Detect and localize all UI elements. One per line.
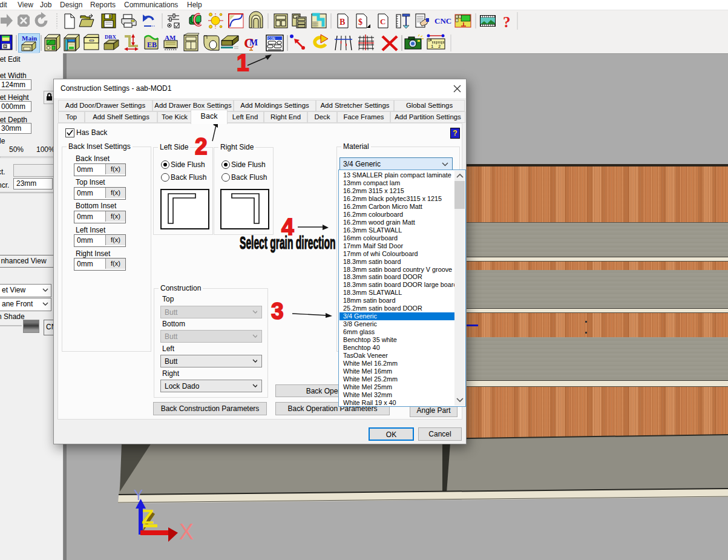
- svg-text:B: B: [339, 18, 345, 27]
- svg-text:CON: CON: [268, 37, 275, 41]
- svg-text:M: M: [249, 38, 258, 47]
- svg-text:C: C: [380, 17, 385, 26]
- svg-text:Main: Main: [22, 35, 37, 42]
- svg-text:DBX: DBX: [105, 34, 117, 40]
- svg-text:X: X: [179, 519, 194, 544]
- svg-text:EB: EB: [147, 41, 157, 49]
- svg-text:CNC: CNC: [435, 16, 451, 25]
- svg-text:1: 1: [431, 44, 433, 49]
- svg-text:2: 2: [438, 44, 441, 49]
- svg-text:$: $: [358, 18, 362, 27]
- svg-text:0: 0: [4, 45, 7, 49]
- svg-text:?: ?: [503, 14, 511, 30]
- svg-text:AM: AM: [165, 34, 176, 41]
